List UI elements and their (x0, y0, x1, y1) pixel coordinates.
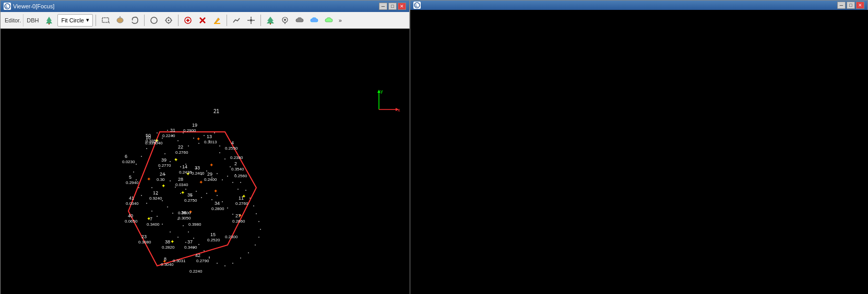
svg-text:22: 22 (178, 144, 183, 150)
svg-text:y: y (381, 89, 383, 94)
tree-icon-button[interactable] (42, 14, 56, 27)
svg-point-72 (245, 190, 246, 191)
svg-marker-3 (46, 19, 52, 23)
sep1 (96, 15, 96, 26)
svg-point-67 (260, 229, 261, 230)
second-minimize-button[interactable]: ─ (837, 2, 846, 9)
left-viewport: ✦ ✦ ✦ ✦ ✦ ✦ ✦ ✦ ✦ ✦ ✦ ✦ ✦ ✦ ✦ ✦ 21 19 50 (1, 29, 410, 294)
dropdown-arrow: ▾ (86, 17, 89, 23)
svg-point-114 (183, 225, 184, 226)
svg-text:0.30: 0.30 (157, 177, 165, 182)
scatter-button[interactable] (307, 14, 321, 27)
svg-text:✦: ✦ (213, 188, 218, 194)
svg-text:0.2550: 0.2550 (225, 146, 238, 151)
svg-point-119 (209, 256, 210, 258)
svg-text:38: 38 (165, 239, 170, 244)
chart-button[interactable] (230, 14, 243, 27)
label-21: 21 (213, 108, 220, 114)
svg-text:0.3080: 0.3080 (138, 240, 151, 244)
svg-point-68 (258, 221, 259, 222)
svg-text:0.2820: 0.2820 (162, 245, 175, 250)
cloud-button[interactable] (293, 14, 306, 27)
pan-button[interactable] (244, 14, 258, 27)
svg-text:34: 34 (215, 201, 220, 206)
svg-rect-5 (102, 18, 109, 22)
svg-point-53 (162, 224, 163, 225)
title-controls: ─ □ ✕ (379, 3, 406, 10)
tree2-button[interactable] (264, 14, 277, 27)
svg-point-65 (255, 244, 256, 246)
svg-point-41 (214, 132, 215, 133)
svg-text:0.2900: 0.2900 (183, 128, 196, 133)
svg-point-52 (157, 216, 158, 217)
minimize-button[interactable]: ─ (379, 3, 387, 10)
svg-point-75 (230, 166, 231, 167)
svg-text:0.3050: 0.3050 (178, 216, 191, 220)
svg-text:11: 11 (239, 195, 244, 201)
svg-point-49 (141, 195, 142, 196)
more-label[interactable]: » (337, 14, 344, 27)
check-button[interactable] (278, 14, 292, 27)
second-maximize-button[interactable]: □ (847, 2, 855, 9)
fit-circle-dropdown[interactable]: Fit Circle ▾ (57, 14, 92, 27)
svg-text:0.2660: 0.2660 (232, 219, 245, 224)
axes-indicator-left: y x (377, 89, 400, 113)
svg-point-95 (170, 180, 171, 181)
svg-marker-6 (109, 21, 110, 24)
svg-text:13: 13 (207, 134, 212, 139)
svg-point-111 (167, 206, 168, 207)
svg-text:0.2790: 0.2790 (196, 259, 209, 263)
color-button[interactable] (210, 14, 224, 27)
svg-text:23: 23 (141, 234, 147, 239)
circle-tool-button[interactable] (147, 14, 161, 27)
sep2 (144, 15, 145, 26)
cloud2-button[interactable] (322, 14, 336, 27)
svg-point-42 (219, 145, 220, 146)
point-button[interactable] (162, 14, 175, 27)
svg-point-106 (227, 207, 228, 209)
svg-point-22 (249, 19, 252, 21)
svg-point-104 (217, 195, 218, 196)
svg-rect-4 (49, 23, 50, 24)
svg-marker-24 (267, 19, 274, 23)
delete-button[interactable] (196, 14, 209, 27)
svg-point-88 (217, 173, 218, 174)
svg-point-36 (188, 145, 189, 146)
svg-point-45 (136, 164, 137, 165)
svg-point-118 (204, 250, 205, 251)
svg-text:10: 10 (146, 135, 151, 140)
add-button[interactable] (181, 14, 195, 27)
second-close-button[interactable]: ✕ (856, 2, 864, 9)
right-viewport: ✦ ✦ ✦ ✦ ✦ ✦ ✦ ✦ 50 0.3350 31 0.2240 10 0… (410, 10, 868, 294)
svg-text:31: 31 (170, 128, 175, 133)
svg-text:0.2760: 0.2760 (235, 201, 248, 206)
svg-text:0.2400: 0.2400 (204, 177, 217, 182)
svg-point-100 (196, 191, 197, 192)
svg-point-102 (206, 193, 207, 194)
main-window: L Viewer-0[Focus] ─ □ ✕ Editor. DBH Fit … (0, 0, 410, 294)
svg-text:0.335040: 0.335040 (145, 141, 163, 145)
svg-point-11 (168, 19, 169, 21)
svg-text:✦: ✦ (170, 239, 174, 244)
rect-select-button[interactable] (99, 14, 112, 27)
svg-text:19: 19 (192, 123, 197, 128)
svg-point-116 (193, 238, 194, 239)
svg-text:✦: ✦ (147, 176, 151, 182)
toolbar: Editor. DBH Fit Circle ▾ (1, 12, 409, 29)
svg-text:L: L (6, 5, 8, 8)
paint-button[interactable] (113, 14, 127, 27)
svg-text:4: 4 (231, 140, 234, 145)
svg-text:39: 39 (161, 157, 167, 163)
svg-point-56 (185, 242, 186, 243)
second-title-bar: L ─ □ ✕ (410, 1, 867, 10)
svg-text:8: 8 (164, 256, 167, 262)
close-button[interactable]: ✕ (398, 3, 406, 10)
maximize-button[interactable]: □ (388, 3, 397, 10)
svg-point-55 (177, 237, 179, 238)
svg-text:✦: ✦ (199, 179, 203, 185)
svg-rect-25 (270, 23, 271, 24)
svg-point-29 (157, 132, 158, 133)
svg-point-39 (204, 135, 205, 136)
svg-point-73 (240, 182, 241, 183)
lasso-button[interactable] (128, 14, 141, 27)
